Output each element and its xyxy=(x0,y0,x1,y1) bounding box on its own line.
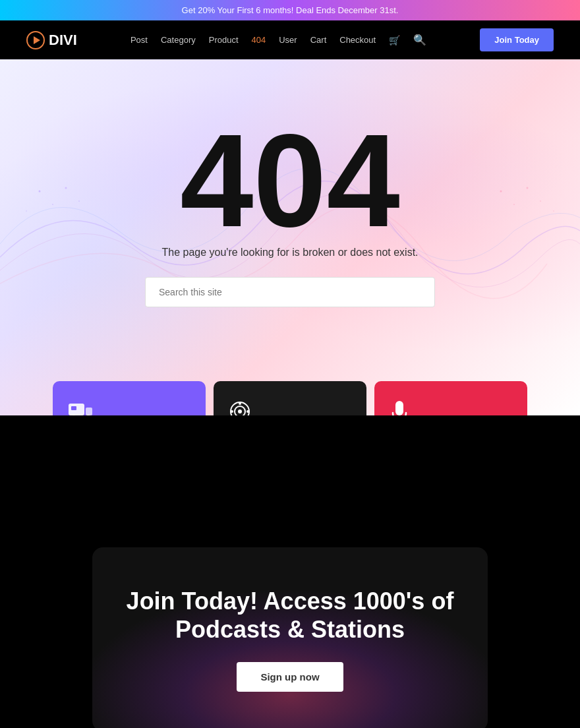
svg-point-9 xyxy=(527,187,529,189)
podcast-icon xyxy=(229,401,351,415)
logo[interactable]: DIVI xyxy=(26,31,77,49)
svg-rect-24 xyxy=(395,401,403,415)
join-title: Join Today! Access 1000's of Podcasts & … xyxy=(119,587,461,644)
svg-point-5 xyxy=(78,200,80,202)
cart-icon: 🛒 xyxy=(389,35,400,46)
join-card: Join Today! Access 1000's of Podcasts & … xyxy=(92,547,488,728)
nav-user[interactable]: User xyxy=(279,35,297,45)
svg-point-11 xyxy=(553,210,554,212)
nav-product[interactable]: Product xyxy=(209,35,239,45)
cards-section: Take me back home Just added Podcasts xyxy=(53,381,527,415)
nav-cart[interactable]: Cart xyxy=(310,35,327,45)
svg-rect-14 xyxy=(86,408,92,415)
svg-point-4 xyxy=(65,187,67,189)
error-code: 404 xyxy=(180,115,400,247)
svg-point-22 xyxy=(231,410,233,413)
join-today-button[interactable]: Join Today xyxy=(480,28,554,51)
nav-checkout[interactable]: Checkout xyxy=(339,35,376,45)
header: DIVI Post Category Product 404 User Cart… xyxy=(0,20,580,59)
nav-404[interactable]: 404 xyxy=(252,35,266,45)
home-icon xyxy=(69,401,190,415)
nav-category[interactable]: Category xyxy=(161,35,196,45)
svg-point-20 xyxy=(239,402,241,405)
svg-point-3 xyxy=(52,204,53,205)
svg-point-19 xyxy=(238,410,242,413)
microphone-icon xyxy=(390,401,511,415)
svg-point-6 xyxy=(26,210,27,212)
svg-point-10 xyxy=(540,200,541,202)
card-create[interactable]: Make your own podcast xyxy=(374,381,527,415)
signup-button[interactable]: Sign up now xyxy=(237,662,343,692)
svg-point-2 xyxy=(39,191,41,193)
card-podcasts[interactable]: Just added Podcasts xyxy=(214,381,366,415)
join-section: Join Today! Access 1000's of Podcasts & … xyxy=(0,415,580,728)
error-message: The page you're looking for is broken or… xyxy=(161,247,418,258)
svg-marker-1 xyxy=(34,36,40,44)
search-icon-button[interactable]: 🔍 xyxy=(413,34,426,46)
main-nav: Post Category Product 404 User Cart Chec… xyxy=(130,34,426,46)
top-banner: Get 20% Your First 6 months! Deal Ends D… xyxy=(0,0,580,20)
svg-point-21 xyxy=(246,410,249,413)
svg-point-7 xyxy=(500,191,502,193)
search-input[interactable] xyxy=(145,277,435,307)
card-home[interactable]: Take me back home xyxy=(53,381,206,415)
svg-point-8 xyxy=(513,204,515,205)
svg-rect-13 xyxy=(71,406,76,410)
hero-section: 404 The page you're looking for is broke… xyxy=(0,59,580,415)
nav-post[interactable]: Post xyxy=(130,35,148,45)
